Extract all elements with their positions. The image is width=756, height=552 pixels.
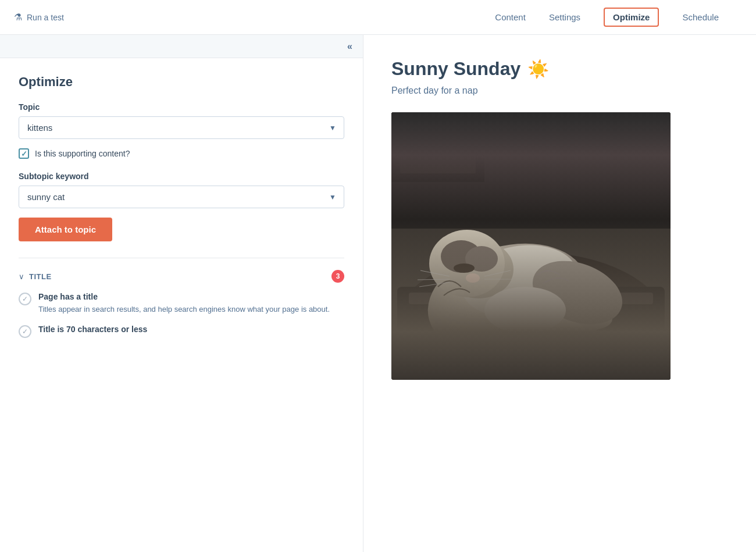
svg-line-21 — [419, 282, 450, 287]
attach-to-topic-button[interactable]: Attach to topic — [19, 218, 112, 241]
check-item-description: Titles appear in search results, and hel… — [38, 304, 344, 315]
topic-select[interactable]: kittens cats pets — [19, 116, 344, 139]
svg-point-12 — [465, 246, 498, 272]
title-section-label: TITLE — [29, 272, 52, 281]
svg-rect-6 — [409, 293, 653, 304]
check-mark-icon: ✓ — [21, 149, 27, 158]
check-item-text-2: Title is 70 characters or less — [38, 325, 344, 336]
subtopic-label: Subtopic keyword — [19, 172, 344, 181]
title-section-toggle[interactable]: ∨ TITLE — [19, 272, 52, 281]
left-panel: « Optimize Topic kittens cats pets ▼ ✓ I… — [0, 35, 363, 552]
cat-image — [391, 112, 671, 380]
check-item-title-2: Title is 70 characters or less — [38, 325, 344, 334]
svg-rect-3 — [400, 121, 476, 173]
supporting-content-row: ✓ Is this supporting content? — [19, 148, 344, 159]
collapse-bar: « — [0, 35, 363, 58]
svg-rect-5 — [397, 287, 665, 380]
post-title: Sunny Sunday ☀️ — [391, 58, 728, 80]
supporting-content-label: Is this supporting content? — [35, 149, 130, 158]
subtopic-dropdown-wrap: sunny cat kitten nap cat sleeping ▼ — [19, 186, 344, 208]
svg-rect-2 — [391, 112, 484, 182]
check-inner-icon-2: ✓ — [22, 327, 28, 336]
title-badge: 3 — [331, 270, 344, 283]
subtopic-select[interactable]: sunny cat kitten nap cat sleeping — [19, 186, 344, 208]
title-section: ∨ TITLE 3 ✓ Page has a title Titles appe… — [19, 258, 344, 338]
tab-schedule[interactable]: Schedule — [682, 10, 719, 24]
svg-point-18 — [484, 287, 566, 333]
check-item-page-title: ✓ Page has a title Titles appear in sear… — [19, 292, 344, 315]
tab-content[interactable]: Content — [495, 10, 526, 24]
run-test-button[interactable]: ⚗ Run a test — [14, 12, 64, 23]
check-item-text: Page has a title Titles appear in search… — [38, 292, 344, 315]
supporting-content-checkbox[interactable]: ✓ — [19, 148, 29, 159]
svg-point-4 — [397, 252, 665, 380]
svg-point-9 — [444, 240, 513, 298]
topic-label: Topic — [19, 102, 344, 112]
svg-line-20 — [418, 279, 450, 280]
svg-point-14 — [466, 273, 480, 283]
section-title: Optimize — [19, 74, 344, 90]
tab-optimize[interactable]: Optimize — [604, 8, 659, 27]
right-panel: Sunny Sunday ☀️ Perfect day for a nap — [363, 35, 756, 552]
top-navigation: ⚗ Run a test Content Settings Optimize S… — [0, 0, 756, 35]
svg-point-11 — [441, 240, 482, 273]
svg-point-16 — [577, 308, 612, 329]
svg-point-8 — [456, 237, 583, 326]
svg-point-15 — [536, 304, 608, 339]
topic-dropdown-wrap: kittens cats pets ▼ — [19, 116, 344, 139]
cat-svg — [391, 112, 671, 380]
svg-point-10 — [429, 230, 505, 297]
svg-point-7 — [415, 227, 600, 370]
svg-line-19 — [420, 270, 450, 276]
title-section-header: ∨ TITLE 3 — [19, 270, 344, 283]
chevron-down-icon: ∨ — [19, 272, 24, 281]
flask-icon: ⚗ — [14, 12, 22, 23]
run-test-label: Run a test — [27, 13, 64, 22]
svg-rect-1 — [391, 112, 671, 229]
tab-settings[interactable]: Settings — [549, 10, 580, 24]
collapse-button[interactable]: « — [347, 41, 352, 52]
sun-emoji: ☀️ — [527, 59, 549, 79]
svg-rect-0 — [391, 112, 671, 380]
check-circle-icon-2: ✓ — [19, 325, 31, 338]
svg-point-17 — [524, 250, 632, 336]
svg-point-13 — [454, 263, 475, 273]
post-title-text: Sunny Sunday — [391, 58, 520, 80]
check-inner-icon: ✓ — [22, 295, 28, 303]
check-item-title: Page has a title — [38, 292, 344, 301]
check-item-title-length: ✓ Title is 70 characters or less — [19, 325, 344, 338]
svg-line-22 — [484, 270, 511, 276]
post-subtitle: Perfect day for a nap — [391, 86, 728, 96]
nav-tabs: Content Settings Optimize Schedule — [495, 8, 719, 27]
left-content: Optimize Topic kittens cats pets ▼ ✓ Is … — [0, 58, 363, 364]
main-layout: « Optimize Topic kittens cats pets ▼ ✓ I… — [0, 35, 756, 552]
cat-image-inner — [391, 112, 671, 380]
check-circle-icon: ✓ — [19, 293, 31, 305]
